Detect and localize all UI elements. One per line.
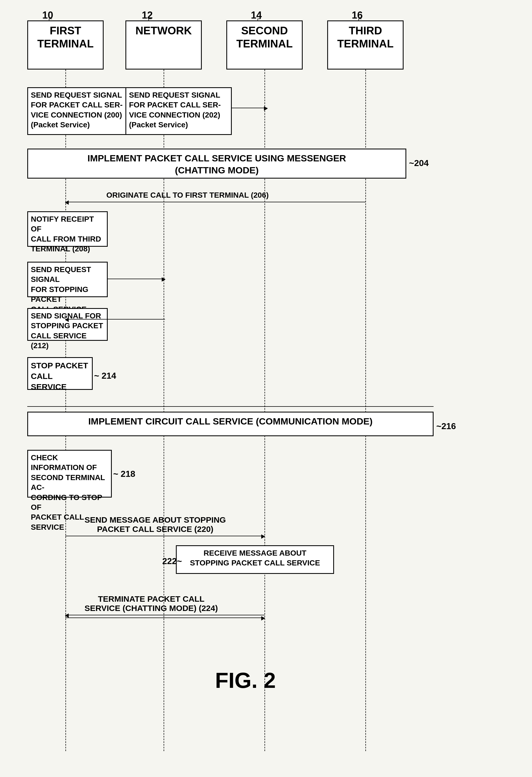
arrow-212-left — [66, 319, 165, 320]
col-header-network: NETWORK — [125, 20, 202, 70]
ref-222: 222~ — [162, 556, 182, 566]
ref-214: ~ 214 — [94, 371, 116, 381]
ref-218: ~ 218 — [113, 469, 135, 479]
arrow-220-right — [66, 536, 264, 536]
col-header-third-terminal: THIRDTERMINAL — [327, 20, 404, 70]
step-202-box: SEND REQUEST SIGNALFOR PACKET CALL SER-V… — [125, 87, 232, 135]
arrow-206 — [66, 202, 365, 202]
figure-label: FIG. 2 — [164, 668, 327, 693]
step-210-box: SEND REQUEST SIGNALFOR STOPPING PACKETCA… — [27, 262, 108, 297]
arrow-224-left — [66, 615, 264, 615]
step-208-box: NOTIFY RECEIPT OFCALL FROM THIRDTERMINAL… — [27, 211, 108, 247]
step-214-box: STOP PACKETCALL SERVICE — [27, 357, 93, 390]
step-212-box: SEND SIGNAL FORSTOPPING PACKETCALL SERVI… — [27, 308, 108, 341]
diagram-container: 10 ⌐ 12 ⌐ 14 ⌐ 16 ⌐ FIRST TERMINAL NETWO… — [0, 0, 532, 777]
divider-line — [27, 406, 434, 407]
step-206-label: ORIGINATE CALL TO FIRST TERMINAL (206) — [106, 191, 269, 200]
step-218-box: CHECK INFORMATION OFSECOND TERMINAL AC-C… — [27, 450, 112, 497]
step-200-box: SEND REQUEST SIGNALFOR PACKET CALL SER-V… — [27, 87, 131, 135]
step-204-box: IMPLEMENT PACKET CALL SERVICE USING MESS… — [27, 148, 406, 179]
col-header-first-terminal: FIRST TERMINAL — [27, 20, 104, 70]
step-220-label: SEND MESSAGE ABOUT STOPPINGPACKET CALL S… — [85, 515, 226, 534]
ref-216: ~216 — [436, 421, 456, 431]
col-header-second-terminal: SECONDTERMINAL — [226, 20, 303, 70]
arrow-224-right — [66, 618, 264, 618]
step-224-label: TERMINATE PACKET CALLSERVICE (CHATTING M… — [85, 594, 218, 613]
step-216-box: IMPLEMENT CIRCUIT CALL SERVICE (COMMUNIC… — [27, 412, 434, 436]
arrow-202-right — [232, 108, 267, 108]
arrow-210-right — [108, 279, 165, 279]
ref-204: ~204 — [409, 158, 429, 168]
step-222-box: RECEIVE MESSAGE ABOUTSTOPPING PACKET CAL… — [176, 545, 334, 574]
